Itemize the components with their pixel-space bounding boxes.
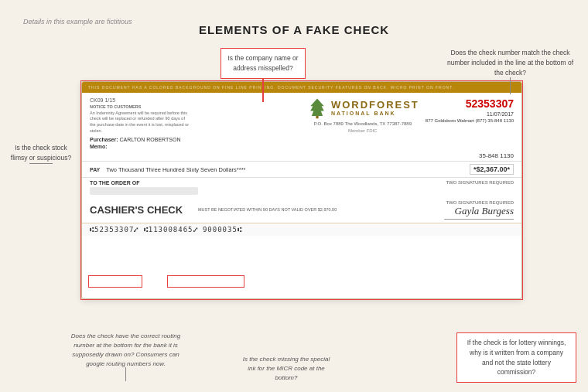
micr-line: ⑆52353307⑇ ⑆113008465⑇ 9000035⑆ — [82, 223, 521, 236]
to-order-row: TO THE ORDER OF TWO SIGNATURES REQUIRED — [82, 178, 521, 197]
to-order-left: TO THE ORDER OF — [90, 180, 438, 195]
to-order-name — [90, 187, 198, 195]
to-order-label: TO THE ORDER OF — [90, 180, 438, 186]
bank-name: WORDFOREST NATIONAL BANK — [331, 100, 419, 117]
check-fraction: 35-848 1130 — [82, 152, 521, 159]
micr-bracket — [167, 275, 244, 288]
check-store: 877 Goldsboro Walmart (877) 35-848 1130 — [426, 118, 514, 123]
sig-line — [444, 219, 514, 220]
to-order-right: TWO SIGNATURES REQUIRED — [446, 180, 514, 195]
arrow-up-left — [125, 367, 127, 381]
bank-address: P.O. Box 7889 The Woodlands, TX 77387-78… — [314, 121, 412, 127]
pay-amount-num: *$2,367.00* — [470, 164, 514, 175]
check-right: 52353307 11/07/2017 877 Goldsboro Walmar… — [426, 97, 514, 149]
arrow-down — [262, 79, 264, 102]
member-fdic: Member FDIC — [348, 128, 378, 133]
cashier-title: CASHIER'S CHECK — [90, 204, 190, 216]
check-notice: NOTICE TO CUSTOMERS An Indemnity Agreeme… — [90, 104, 190, 134]
callout-routing: Does the check have the correct routing … — [70, 332, 182, 383]
check-purchaser: Purchaser: CARLTON ROBERTSON — [90, 137, 300, 142]
pay-row: PAY Two Thousand Three Hundred Sixty Sev… — [82, 161, 521, 178]
arrow-down-right — [510, 77, 511, 94]
cashier-note: MUST BE NEGOTIATED WITHIN 90 DAYS NOT VA… — [198, 207, 429, 213]
check-image: THIS DOCUMENT HAS A COLORED BACKGROUND O… — [81, 81, 522, 299]
details-note: Details in this example are fictitious — [23, 17, 132, 27]
check-body: CK09 1/15 NOTICE TO CUSTOMERS An Indemni… — [82, 93, 521, 152]
callout-company-name: Is the company name or address misspelle… — [220, 48, 306, 102]
micr-text: ⑆52353307⑇ ⑆113008465⑇ 9000035⑆ — [90, 226, 242, 233]
check-number-big: 52353307 — [426, 97, 514, 110]
callout-micr: Is the check missing the special ink for… — [240, 355, 333, 383]
callout-check-number: Does the check number match the check nu… — [446, 48, 574, 94]
signature-area: TWO SIGNATURES REQUIRED Gayla Burgess — [436, 200, 514, 220]
cashier-row: CASHIER'S CHECK MUST BE NEGOTIATED WITHI… — [82, 197, 521, 223]
signature: Gayla Burgess — [455, 205, 514, 217]
svg-rect-1 — [316, 116, 318, 118]
tree-icon — [306, 97, 328, 119]
check-memo: Memo: — [90, 144, 300, 149]
pay-label: PAY — [90, 167, 100, 172]
routing-bracket — [88, 275, 142, 288]
bank-logo-area: WORDFOREST NATIONAL BANK P.O. Box 7889 T… — [306, 97, 419, 149]
pay-amount-words: Two Thousand Three Hundred Sixty Seven D… — [106, 166, 463, 173]
svg-marker-0 — [310, 99, 324, 116]
check-left: CK09 1/15 NOTICE TO CUSTOMERS An Indemni… — [90, 97, 300, 149]
bank-logo: WORDFOREST NATIONAL BANK — [306, 97, 419, 119]
page-wrapper: Details in this example are fictitious E… — [0, 0, 588, 392]
check-date: 11/07/2017 — [426, 111, 514, 117]
arrow-right — [29, 163, 53, 165]
callout-lottery: If the check is for lottery winnings, wh… — [456, 332, 576, 383]
callout-check-stock: Is the check stock flimsy or suspicious? — [6, 143, 76, 164]
